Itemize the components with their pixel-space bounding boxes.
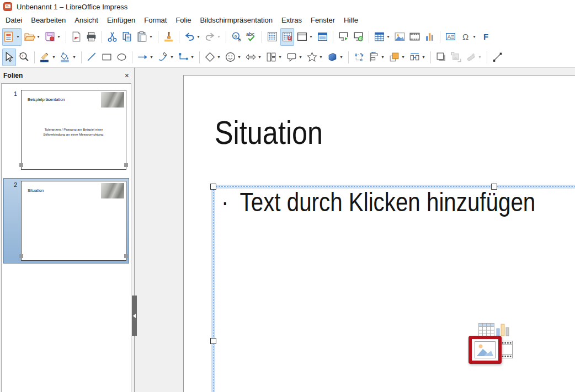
export-pdf-button[interactable] xyxy=(70,28,83,46)
dropdown-arrow-icon[interactable]: ▾ xyxy=(308,34,313,39)
select-button[interactable] xyxy=(2,49,16,66)
dropdown-arrow-icon[interactable]: ▾ xyxy=(421,55,426,60)
menu-item-bearbeiten[interactable]: Bearbeiten xyxy=(26,14,70,26)
callouts-button[interactable]: ▾ xyxy=(285,49,304,66)
cut-button[interactable] xyxy=(105,28,119,46)
align-objects-button[interactable]: ▾ xyxy=(367,49,386,66)
fontwork-button[interactable]: F xyxy=(479,28,493,46)
master-slide-button[interactable] xyxy=(316,28,329,46)
menu-item-datei[interactable]: Datei xyxy=(1,14,26,26)
dropdown-arrow-icon[interactable]: ▾ xyxy=(237,55,242,60)
line-color-button[interactable]: ▾ xyxy=(38,49,57,66)
menu-item-ansicht[interactable]: Ansicht xyxy=(70,14,103,26)
menu-item-fenster[interactable]: Fenster xyxy=(306,14,339,26)
3d-objects-button[interactable]: ▾ xyxy=(326,49,345,66)
lines-arrows-button[interactable]: ▾ xyxy=(136,49,155,66)
panel-splitter[interactable] xyxy=(132,296,137,336)
crop-image-button[interactable] xyxy=(449,49,463,66)
new-presentation-button[interactable]: ▾ xyxy=(2,28,22,46)
menu-item-hilfe[interactable]: Hilfe xyxy=(339,14,363,26)
panel-close-icon[interactable]: × xyxy=(125,72,129,79)
connectors-button[interactable]: ▾ xyxy=(177,49,196,66)
line-button[interactable] xyxy=(85,49,99,66)
fill-color-button[interactable]: ▾ xyxy=(58,49,78,66)
snap-to-grid-button[interactable] xyxy=(280,28,294,46)
symbol-shapes-button[interactable]: ▾ xyxy=(223,49,243,66)
slide-thumbnail-1[interactable]: 1BeispielpräsentationToleranzen / Passun… xyxy=(4,88,129,172)
dropdown-arrow-icon[interactable]: ▾ xyxy=(477,55,482,60)
dropdown-arrow-icon[interactable]: ▾ xyxy=(318,55,323,60)
copy-button[interactable] xyxy=(120,28,134,46)
start-from-current-slide-button[interactable] xyxy=(352,28,365,46)
dropdown-arrow-icon[interactable]: ▾ xyxy=(72,55,77,60)
toolbar-separator xyxy=(132,51,132,63)
insert-media-button[interactable] xyxy=(408,28,422,46)
selection-handle-left-middle[interactable] xyxy=(210,338,216,344)
dropdown-arrow-icon[interactable]: ▾ xyxy=(196,34,201,39)
selection-handle-top-middle[interactable] xyxy=(491,184,497,190)
dropdown-arrow-icon[interactable]: ▾ xyxy=(339,55,344,60)
dropdown-arrow-icon[interactable]: ▾ xyxy=(56,34,61,39)
insert-table-button[interactable]: ▾ xyxy=(372,28,392,46)
print-button[interactable] xyxy=(84,28,98,46)
ellipse-button[interactable] xyxy=(115,49,129,66)
dropdown-arrow-icon[interactable]: ▾ xyxy=(401,55,406,60)
block-arrows-button[interactable]: ▾ xyxy=(244,49,263,66)
dropdown-arrow-icon[interactable]: ▾ xyxy=(216,55,221,60)
paste-button[interactable]: ▾ xyxy=(135,28,155,46)
dropdown-arrow-icon[interactable]: ▾ xyxy=(51,55,56,60)
find-replace-button[interactable]: ad xyxy=(230,28,243,46)
dropdown-arrow-icon[interactable]: ▾ xyxy=(380,55,385,60)
flowchart-button[interactable]: ▾ xyxy=(264,49,284,66)
start-from-first-slide-button[interactable] xyxy=(337,28,350,46)
dropdown-arrow-icon[interactable]: ▾ xyxy=(36,34,41,39)
insert-text-box-button[interactable]: A xyxy=(444,28,457,46)
insert-image-button[interactable] xyxy=(393,28,407,46)
dropdown-arrow-icon[interactable]: ▾ xyxy=(386,34,391,39)
clone-formatting-button[interactable] xyxy=(162,28,175,46)
insert-image-icon[interactable] xyxy=(475,341,496,358)
menu-item-einf-gen[interactable]: Einfügen xyxy=(103,14,140,26)
toolbar-separator xyxy=(430,51,431,63)
placeholder-prompt[interactable]: ·Text durch Klicken hinzufügen xyxy=(221,187,575,217)
dropdown-arrow-icon[interactable]: ▾ xyxy=(216,34,221,39)
dropdown-arrow-icon[interactable]: ▾ xyxy=(257,55,262,60)
dropdown-arrow-icon[interactable]: ▾ xyxy=(472,34,477,39)
menu-item-bildschirmpr-sentation[interactable]: Bildschirmpräsentation xyxy=(196,14,278,26)
rotate-button[interactable] xyxy=(352,49,366,66)
zoom-pan-button[interactable]: +− xyxy=(17,49,31,66)
slide-title-text[interactable]: Situation xyxy=(215,115,344,150)
menu-item-extras[interactable]: Extras xyxy=(277,14,306,26)
dropdown-arrow-icon[interactable]: ▾ xyxy=(298,55,303,60)
curves-polygons-button[interactable]: ▾ xyxy=(156,49,175,66)
slide-thumbnail-2[interactable]: 2Situation xyxy=(4,179,129,263)
dropdown-arrow-icon[interactable]: ▾ xyxy=(15,34,20,39)
start-from-first-slide-icon xyxy=(338,31,349,42)
special-character-button[interactable]: Ω▾ xyxy=(459,28,478,46)
undo-button[interactable]: ▾ xyxy=(183,28,202,46)
dropdown-arrow-icon[interactable]: ▾ xyxy=(278,55,283,60)
redo-button[interactable]: ▾ xyxy=(203,28,222,46)
shadow-button[interactable] xyxy=(434,49,448,66)
display-grid-button[interactable] xyxy=(265,28,279,46)
image-filter-button[interactable]: ▾ xyxy=(464,49,483,66)
menu-item-format[interactable]: Format xyxy=(140,14,171,26)
display-views-button[interactable]: ▾ xyxy=(295,28,315,46)
save-button[interactable]: ▾ xyxy=(43,28,62,46)
basic-shapes-button[interactable]: ▾ xyxy=(203,49,222,66)
arrange-button[interactable]: ▾ xyxy=(387,49,407,66)
selection-handle-top-left[interactable] xyxy=(210,184,216,190)
stars-banners-button[interactable]: ▾ xyxy=(305,49,324,66)
points-button[interactable] xyxy=(491,49,504,66)
distribute-button[interactable]: ▾ xyxy=(408,49,427,66)
insert-chart-button[interactable] xyxy=(423,28,436,46)
dropdown-arrow-icon[interactable]: ▾ xyxy=(148,34,153,39)
dropdown-arrow-icon[interactable]: ▾ xyxy=(190,55,195,60)
rectangle-button[interactable] xyxy=(100,49,114,66)
slide-canvas[interactable]: Situation ·Text durch Klicken hinzufügen xyxy=(183,75,575,392)
open-button[interactable]: ▾ xyxy=(23,28,42,46)
spelling-button[interactable]: abc xyxy=(244,28,258,46)
dropdown-arrow-icon[interactable]: ▾ xyxy=(169,55,174,60)
menu-item-folie[interactable]: Folie xyxy=(171,14,195,26)
dropdown-arrow-icon[interactable]: ▾ xyxy=(149,55,154,60)
